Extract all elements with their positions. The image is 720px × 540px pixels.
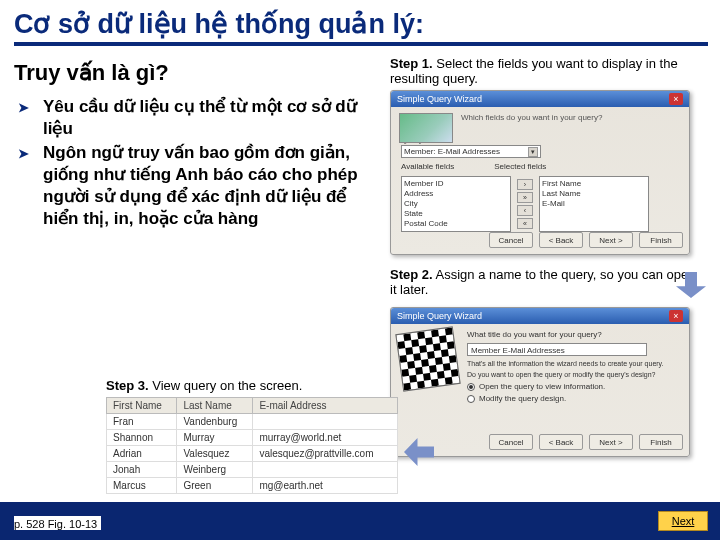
radio-modify-design[interactable]: Modify the query design. <box>467 394 689 403</box>
table-row: FranVandenburg <box>107 414 398 430</box>
list-item[interactable]: State <box>404 209 508 219</box>
table-header: E-mail Address <box>253 398 398 414</box>
table-row: AdrianValesquezvalesquez@prattville.com <box>107 446 398 462</box>
checkered-flag-icon <box>395 326 461 392</box>
combo-value: Member: E-Mail Addresses <box>404 147 500 156</box>
move-all-left-button[interactable]: « <box>517 218 533 229</box>
chevron-down-icon[interactable]: ▾ <box>528 147 538 157</box>
dual-listbox: Member ID Address City State Postal Code… <box>401 176 679 232</box>
query-name-input[interactable]: Member E-Mail Addresses <box>467 343 647 356</box>
move-all-right-button[interactable]: » <box>517 192 533 203</box>
wizard-step2-window: Simple Query Wizard × What title do you … <box>390 307 690 457</box>
right-column: Step 1. Select the fields you want to di… <box>390 54 700 457</box>
wizard1-title: Simple Query Wizard <box>397 94 482 104</box>
available-fields-list[interactable]: Member ID Address City State Postal Code <box>401 176 511 232</box>
close-icon[interactable]: × <box>669 93 683 105</box>
chevron-icon: ➤ <box>18 146 29 163</box>
back-button[interactable]: < Back <box>539 434 583 450</box>
radio-open-query[interactable]: Open the query to view information. <box>467 382 689 391</box>
wizard2-buttons: Cancel < Back Next > Finish <box>489 434 683 450</box>
wizard2-body: What title do you want for your query? M… <box>467 330 689 403</box>
step2-label: Step 2. Assign a name to the query, so y… <box>390 267 700 297</box>
radio-icon <box>467 383 475 391</box>
bullet-text: Ngôn ngữ truy vấn bao gồm đơn giản, giốn… <box>43 142 384 230</box>
wizard2-info: That's all the information the wizard ne… <box>467 360 689 367</box>
wizard1-buttons: Cancel < Back Next > Finish <box>489 232 683 248</box>
move-right-button[interactable]: › <box>517 179 533 190</box>
wizard-step1-window: Simple Query Wizard × Which fields do yo… <box>390 90 690 255</box>
step1-label: Step 1. Select the fields you want to di… <box>390 56 700 86</box>
list-item[interactable]: Postal Code <box>404 219 508 229</box>
finish-button[interactable]: Finish <box>639 434 683 450</box>
close-icon[interactable]: × <box>669 310 683 322</box>
next-button[interactable]: Next > <box>589 232 633 248</box>
footer-bar <box>0 502 720 540</box>
wizard1-hint: Which fields do you want in your query? <box>461 113 683 133</box>
selected-fields-list[interactable]: First Name Last Name E-Mail <box>539 176 649 232</box>
bullet-text: Yêu cầu dữ liệu cụ thể từ một cơ sở dữ l… <box>43 96 384 140</box>
next-slide-button[interactable]: Next <box>658 511 708 531</box>
table-row: MarcusGreenmg@earth.net <box>107 478 398 494</box>
slide-title: Cơ sở dữ liệu hệ thống quản lý: <box>0 0 720 42</box>
wizard1-titlebar: Simple Query Wizard × <box>391 91 689 107</box>
list-item[interactable]: Member ID <box>404 179 508 189</box>
table-row: JonahWeinberg <box>107 462 398 478</box>
bullet-list: ➤ Yêu cầu dữ liệu cụ thể từ một cơ sở dữ… <box>14 96 384 231</box>
mover-buttons: › » ‹ « <box>517 176 533 232</box>
chevron-icon: ➤ <box>18 100 29 117</box>
list-item[interactable]: Last Name <box>542 189 646 199</box>
list-item[interactable]: City <box>404 199 508 209</box>
list-item[interactable]: E-Mail <box>542 199 646 209</box>
avail-fields-label: Available fields <box>401 162 454 171</box>
wizard2-title: Simple Query Wizard <box>397 311 482 321</box>
radio-icon <box>467 395 475 403</box>
wizard2-info2: Do you want to open the query or modify … <box>467 371 689 378</box>
cancel-button[interactable]: Cancel <box>489 434 533 450</box>
finish-button[interactable]: Finish <box>639 232 683 248</box>
move-left-button[interactable]: ‹ <box>517 205 533 216</box>
step3-block: Step 3. View query on the screen. First … <box>106 378 398 494</box>
list-item[interactable]: Address <box>404 189 508 199</box>
table-body: FranVandenburg ShannonMurraymurray@world… <box>107 414 398 494</box>
wizard2-question: What title do you want for your query? <box>467 330 689 339</box>
bullet-item: ➤ Ngôn ngữ truy vấn bao gồm đơn giản, gi… <box>18 142 384 230</box>
table-header: Last Name <box>177 398 253 414</box>
title-underline <box>14 42 708 46</box>
query-on-combo[interactable]: Member: E-Mail Addresses ▾ <box>401 145 541 158</box>
page-reference: p. 528 Fig. 10-13 <box>14 516 101 530</box>
cancel-button[interactable]: Cancel <box>489 232 533 248</box>
table-row: ShannonMurraymurray@world.net <box>107 430 398 446</box>
query-result-table: First Name Last Name E-mail Address Fran… <box>106 397 398 494</box>
sel-fields-label: Selected fields <box>494 162 546 171</box>
back-button[interactable]: < Back <box>539 232 583 248</box>
wizard2-titlebar: Simple Query Wizard × <box>391 308 689 324</box>
wizard1-illustration <box>399 113 453 143</box>
table-header: First Name <box>107 398 177 414</box>
bullet-item: ➤ Yêu cầu dữ liệu cụ thể từ một cơ sở dữ… <box>18 96 384 140</box>
step3-label: Step 3. View query on the screen. <box>106 378 398 393</box>
subtitle: Truy vấn là gì? <box>14 60 384 86</box>
next-button[interactable]: Next > <box>589 434 633 450</box>
list-item[interactable]: First Name <box>542 179 646 189</box>
